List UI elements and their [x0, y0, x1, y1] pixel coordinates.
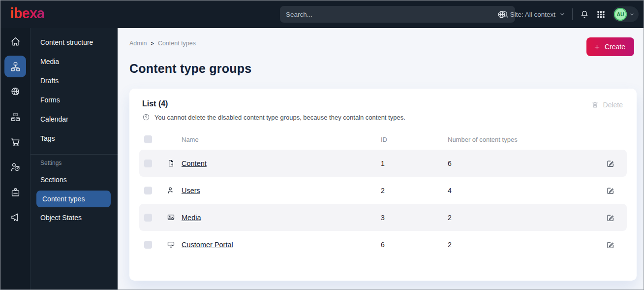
rail-item-customers[interactable]	[4, 156, 26, 178]
rail-item-site[interactable]	[4, 81, 26, 102]
breadcrumb: Admin > Content types	[129, 40, 637, 47]
badge-icon	[10, 187, 21, 198]
group-count: 2	[448, 214, 605, 222]
rail-item-product-catalog[interactable]	[4, 106, 26, 128]
table-row: Content 1 6	[139, 150, 627, 177]
ibexa-admin-screen: ibexa Site: All context	[0, 0, 644, 290]
content-type-groups-card: List (4) You cannot delete the disabled …	[129, 89, 637, 281]
group-link[interactable]: Content	[182, 160, 207, 167]
create-button[interactable]: Create	[586, 37, 634, 56]
edit-button[interactable]	[605, 185, 616, 196]
plus-icon	[593, 43, 601, 51]
group-count: 4	[448, 187, 605, 194]
chevron-down-icon	[629, 12, 635, 17]
rail-item-dashboard[interactable]	[4, 31, 26, 52]
group-count: 6	[448, 160, 605, 167]
help-icon	[142, 113, 150, 121]
group-id: 1	[381, 160, 448, 167]
breadcrumb-admin[interactable]: Admin	[129, 40, 147, 47]
menu-item-forms[interactable]: Forms	[31, 91, 118, 110]
table-row: Users 2 4	[139, 177, 627, 204]
breadcrumb-separator: >	[151, 40, 153, 46]
row-checkbox[interactable]	[144, 160, 152, 167]
group-link[interactable]: Customer Portal	[182, 241, 233, 249]
row-checkbox[interactable]	[144, 241, 152, 249]
menu-section-label: Settings	[31, 160, 118, 166]
site-globe-icon	[10, 86, 21, 97]
column-header-name: Name	[182, 136, 381, 143]
page-title: Content type groups	[129, 62, 637, 76]
info-row: You cannot delete the disabled content t…	[139, 113, 627, 121]
column-header-count: Number of content types	[448, 136, 605, 143]
menu-divider	[31, 154, 118, 155]
info-text: You cannot delete the disabled content t…	[154, 114, 405, 121]
table-row: Media 3 2	[139, 204, 627, 231]
delete-button-label: Delete	[603, 101, 623, 109]
rail-item-company[interactable]	[4, 181, 26, 203]
column-header-id: ID	[381, 136, 448, 143]
topbar: ibexa Site: All context	[0, 0, 644, 28]
row-checkbox[interactable]	[144, 187, 152, 194]
menu-item-content-types[interactable]: Content types	[36, 191, 111, 207]
menu-item-media[interactable]: Media	[31, 52, 118, 71]
app-grid-icon[interactable]	[596, 10, 606, 19]
site-context-label: Site: All context	[510, 11, 555, 18]
group-id: 3	[381, 214, 448, 222]
main-content: Admin > Content types Create Content typ…	[118, 28, 644, 290]
create-button-label: Create	[605, 43, 625, 51]
menu-item-content-structure[interactable]: Content structure	[31, 33, 118, 52]
content-file-icon	[167, 159, 182, 167]
chevron-down-icon	[559, 11, 565, 17]
menu-item-sections[interactable]: Sections	[31, 170, 118, 190]
megaphone-icon	[10, 212, 21, 223]
rail-item-campaign[interactable]	[4, 206, 26, 228]
list-title: List (4)	[139, 99, 627, 108]
rail-item-content[interactable]	[4, 56, 26, 77]
group-id: 6	[381, 241, 448, 249]
table-header: Name ID Number of content types	[139, 129, 627, 150]
breadcrumb-content-types: Content types	[158, 40, 196, 47]
table-row: Customer Portal 6 2	[139, 231, 627, 258]
delete-button[interactable]: Delete	[591, 100, 623, 109]
home-icon	[10, 36, 21, 47]
boxes-icon	[10, 111, 21, 123]
group-link[interactable]: Users	[182, 187, 200, 194]
group-id: 2	[381, 187, 448, 194]
global-search[interactable]	[280, 6, 515, 23]
edit-button[interactable]	[605, 212, 616, 223]
menu-item-drafts[interactable]: Drafts	[31, 71, 118, 91]
search-input[interactable]	[286, 11, 500, 18]
side-menu: Content structure Media Drafts Forms Cal…	[30, 28, 118, 290]
icon-rail	[0, 28, 30, 290]
site-context-selector[interactable]: Site: All context	[497, 10, 565, 19]
group-count: 2	[448, 241, 605, 249]
menu-item-tags[interactable]: Tags	[31, 129, 118, 148]
avatar: AU	[614, 8, 627, 21]
ibexa-logo[interactable]: ibexa	[10, 5, 44, 22]
edit-button[interactable]	[605, 239, 616, 250]
edit-button[interactable]	[605, 158, 616, 169]
topbar-right: Site: All context AU	[497, 0, 639, 28]
portal-monitor-icon	[167, 240, 182, 249]
notifications-bell-icon[interactable]	[580, 9, 589, 19]
users-person-icon	[167, 186, 182, 194]
topbar-divider	[572, 8, 573, 20]
content-type-groups-table: Name ID Number of content types Content …	[139, 129, 627, 258]
select-all-checkbox[interactable]	[144, 135, 152, 143]
trash-icon	[591, 100, 599, 109]
user-menu[interactable]: AU	[613, 6, 639, 22]
customer-target-icon	[10, 161, 21, 173]
cart-icon	[10, 136, 21, 148]
rail-item-commerce[interactable]	[4, 131, 26, 153]
group-link[interactable]: Media	[182, 214, 201, 222]
row-checkbox[interactable]	[144, 214, 152, 222]
media-image-icon	[167, 213, 182, 222]
globe-icon	[497, 10, 506, 19]
menu-item-calendar[interactable]: Calendar	[31, 110, 118, 129]
menu-item-object-states[interactable]: Object States	[31, 208, 118, 227]
content-structure-icon	[10, 61, 21, 72]
